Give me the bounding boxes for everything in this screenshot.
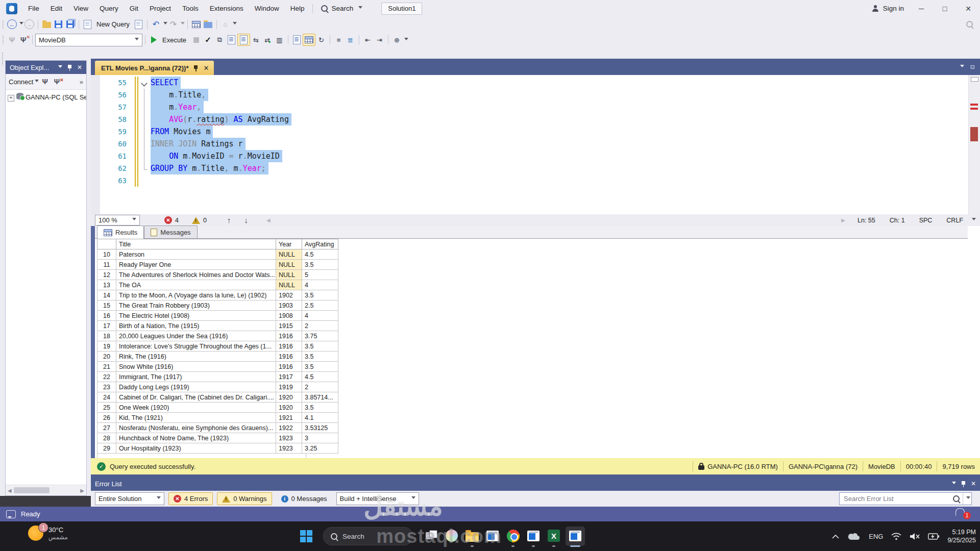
table-cell[interactable]: 1917 [276, 372, 302, 382]
table-cell[interactable]: 3.5 [302, 290, 338, 300]
code-line[interactable]: 59FROM Movies m [100, 126, 291, 138]
error-list-pin-icon[interactable] [961, 481, 966, 487]
table-cell[interactable]: 1922 [276, 423, 302, 433]
table-cell[interactable]: 1902 [276, 290, 302, 300]
scroll-right-icon[interactable]: ▶ [78, 488, 86, 493]
table-cell[interactable]: 1923 [276, 433, 302, 443]
table-cell[interactable]: 25 [97, 403, 116, 413]
menu-view[interactable]: View [68, 2, 94, 15]
table-row[interactable]: 23Daddy Long Legs (1919)19192 [97, 382, 338, 392]
table-cell[interactable]: Trip to the Moon, A (Voyage dans la lune… [116, 290, 276, 300]
menu-project[interactable]: Project [144, 2, 177, 15]
warning-indicator[interactable]: 0 [192, 217, 207, 224]
table-cell[interactable]: NULL [276, 260, 302, 270]
table-cell[interactable]: 1919 [276, 382, 302, 392]
new-query-button[interactable]: New Query [96, 20, 130, 28]
ssms-button[interactable] [526, 529, 541, 543]
table-cell[interactable]: 13 [97, 280, 116, 290]
new-query-icon[interactable] [82, 19, 93, 30]
server-node[interactable]: GANNA-PC (SQL Se [26, 93, 86, 101]
table-cell[interactable]: 3.5 [302, 352, 338, 362]
object-explorer-titlebar[interactable]: Object Expl... ✕ [6, 61, 86, 74]
disconnect-server-icon[interactable]: Ψ✕ [54, 78, 64, 86]
navigate-back-icon[interactable]: ← [6, 19, 18, 30]
hscroll-right-icon[interactable]: ▶ [841, 217, 845, 223]
connect-button[interactable]: Connect [9, 78, 33, 86]
table-cell[interactable]: 16 [97, 311, 116, 321]
copilot-button[interactable] [445, 529, 459, 543]
tab-pin-icon[interactable] [193, 65, 198, 71]
tray-chevron-up-icon[interactable] [832, 534, 839, 539]
task-view-button[interactable] [424, 529, 438, 543]
table-cell[interactable]: Kid, The (1921) [116, 413, 276, 423]
table-row[interactable]: 17Birth of a Nation, The (1915)19152 [97, 321, 338, 331]
table-cell[interactable]: 18 [97, 331, 116, 341]
column-header-title[interactable]: Title [116, 239, 276, 249]
table-row[interactable]: 11Ready Player OneNULL3.5 [97, 260, 338, 270]
table-cell[interactable]: Nosferatu (Nosferatu, eine Symphonie des… [116, 423, 276, 433]
table-cell[interactable]: 17 [97, 321, 116, 331]
table-cell[interactable]: 3.53125 [302, 423, 338, 433]
save-icon[interactable] [53, 19, 64, 30]
code-line[interactable]: 58 AVG(r.rating) AS AvgRating [100, 113, 291, 126]
warnings-filter-button[interactable]: 0 Warnings [217, 492, 272, 505]
comment-lines-icon[interactable]: ≡ [333, 34, 345, 45]
results-to-grid-icon[interactable] [303, 34, 315, 46]
excel-button[interactable]: X [547, 529, 561, 543]
code-line[interactable]: 57 m.Year, [100, 101, 291, 113]
table-cell[interactable]: 4 [302, 280, 338, 290]
panel-splitter[interactable] [87, 60, 91, 496]
table-cell[interactable]: 1921 [276, 413, 302, 423]
table-cell[interactable]: 20 [97, 352, 116, 362]
home-icon[interactable]: ⌂ [219, 19, 231, 30]
table-cell[interactable]: 1903 [276, 300, 302, 311]
navigate-forward-icon[interactable]: → [23, 19, 35, 30]
onedrive-icon[interactable] [847, 532, 861, 540]
table-row[interactable]: 28Hunchback of Notre Dame, The (1923)192… [97, 433, 338, 443]
table-cell[interactable]: 22 [97, 372, 116, 382]
table-cell[interactable]: 14 [97, 290, 116, 300]
table-cell[interactable]: 27 [97, 423, 116, 433]
table-cell[interactable]: 2.5 [302, 300, 338, 311]
error-list-titlebar[interactable]: Error List ✕ [91, 477, 980, 491]
tab-results[interactable]: Results [97, 226, 144, 239]
error-list-close-icon[interactable]: ✕ [971, 480, 976, 487]
scroll-thumb[interactable] [14, 487, 50, 493]
cancel-query-icon[interactable] [190, 34, 202, 45]
back-history-chevron-icon[interactable] [19, 22, 23, 27]
hscroll-left-icon[interactable]: ◀ [266, 217, 271, 223]
table-cell[interactable]: 4.5 [302, 249, 338, 260]
execute-button[interactable]: Execute [162, 36, 186, 44]
table-cell[interactable]: Rink, The (1916) [116, 352, 276, 362]
code-editor[interactable]: 55SELECT56 m.Title,57 m.Year,58 AVG(r.ra… [91, 75, 980, 214]
table-cell[interactable]: Birth of a Nation, The (1915) [116, 321, 276, 331]
table-cell[interactable]: 3.5 [302, 403, 338, 413]
expand-node-icon[interactable]: + [8, 95, 14, 102]
document-tab[interactable]: ETL Movies P...\ganna (72))* ✕ [95, 61, 214, 75]
volume-muted-icon[interactable] [910, 533, 920, 540]
table-row[interactable]: 26Kid, The (1921)19214.1 [97, 413, 338, 423]
table-cell[interactable]: Intolerance: Love's Struggle Throughout … [116, 341, 276, 352]
scroll-left-icon[interactable]: ◀ [6, 488, 14, 493]
table-cell[interactable]: 24 [97, 392, 116, 403]
table-row[interactable]: 25One Week (1920)19203.5 [97, 403, 338, 413]
table-cell[interactable]: The Electric Hotel (1908) [116, 311, 276, 321]
toolbar-options-chevron-icon[interactable] [233, 22, 237, 27]
column-header-avgrating[interactable]: AvgRating [302, 239, 338, 249]
table-cell[interactable]: NULL [276, 249, 302, 260]
toolbar-overflow-icon[interactable]: » [80, 78, 83, 86]
redo-chevron-icon[interactable] [181, 22, 185, 27]
table-cell[interactable]: Cabinet of Dr. Caligari, The (Cabinet de… [116, 392, 276, 403]
change-connection-icon[interactable]: Ψ [6, 34, 18, 45]
table-cell[interactable]: 3 [302, 433, 338, 443]
results-to-text-icon[interactable] [291, 34, 303, 45]
maximize-button[interactable]: □ [933, 0, 957, 17]
table-cell[interactable]: 12 [97, 270, 116, 280]
table-cell[interactable]: 1916 [276, 352, 302, 362]
messages-filter-button[interactable]: i 0 Messages [276, 492, 332, 505]
table-cell[interactable]: 29 [97, 443, 116, 454]
connect-server-icon[interactable]: Ψ [42, 78, 47, 86]
menu-query[interactable]: Query [94, 2, 124, 15]
redo-icon[interactable]: ↷ [167, 19, 179, 30]
battery-charging-icon[interactable] [928, 533, 939, 540]
